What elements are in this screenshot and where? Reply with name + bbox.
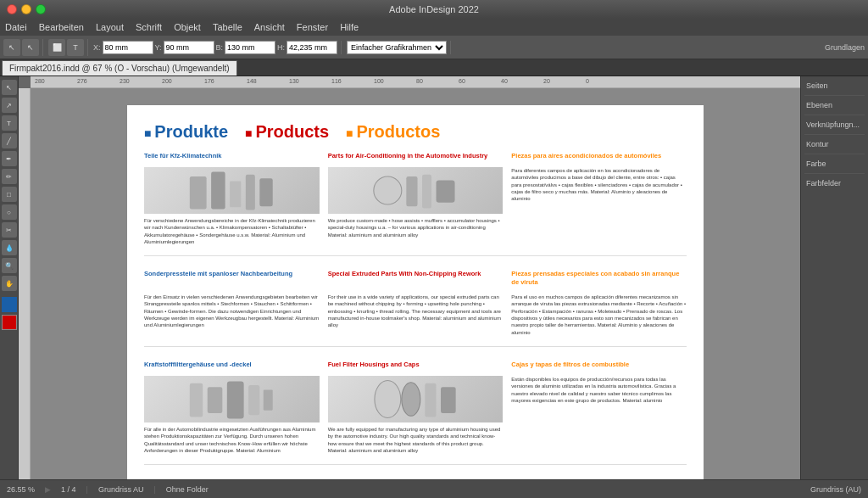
svg-point-5	[373, 176, 401, 204]
air-de-heading: Teile für Kfz-Klimatechnik	[144, 152, 320, 164]
pen-tool-icon[interactable]: ✒	[2, 151, 17, 166]
air-de-image	[144, 167, 320, 214]
eyedropper-tool-icon[interactable]: 💧	[2, 240, 17, 255]
right-panel-verknuepfungen[interactable]: Verknüpfungn...	[804, 119, 865, 131]
fuel-en-text: We are fully equipped for manufacturing …	[328, 426, 504, 455]
zoom-tool-icon[interactable]: 🔍	[2, 258, 17, 273]
page-title-en: Products	[245, 122, 329, 142]
special-es-col: Para el uso en muchos campos de aplicaci…	[511, 294, 687, 336]
document-tab[interactable]: Firmpakt2016.indd @ 67 % (O - Vorschau) …	[2, 60, 237, 76]
svg-rect-0	[190, 176, 207, 210]
type-tool-icon[interactable]: T	[2, 115, 17, 131]
right-panel: Seiten Ebenen Verknüpfungn... Kontur Far…	[800, 76, 868, 479]
air-de-col: Für verschiedene Anwendungsbereiche in d…	[144, 167, 320, 246]
air-en-title: Parts for Air-Conditioning in the Automo…	[328, 152, 504, 160]
svg-rect-8	[436, 180, 454, 202]
special-es-text: Para el uso en muchos campos de aplicaci…	[511, 294, 687, 336]
h-field[interactable]	[287, 41, 337, 54]
air-de-text: Für verschiedene Anwendungsbereiche in d…	[144, 217, 320, 246]
fuel-es-heading: Cajas y tapas de filtros de combustible	[511, 361, 687, 372]
right-panel-kontur[interactable]: Kontur	[804, 138, 865, 150]
special-de-col: Für den Einsatz in vielen verschiedenen …	[144, 294, 320, 336]
menu-objekt[interactable]: Objekt	[174, 22, 201, 32]
y-field[interactable]	[164, 41, 214, 54]
status-sep-2: |	[86, 485, 88, 494]
svg-rect-3	[246, 175, 255, 210]
toolbar: ↖ ↖ ⬜ T X: Y: B: H: Einfacher Grafikrahm…	[0, 36, 868, 59]
direct-selection-icon[interactable]: ↗	[2, 98, 17, 113]
right-panel-divider-5	[804, 173, 865, 174]
svg-rect-2	[230, 181, 241, 207]
x-field[interactable]	[103, 41, 153, 54]
page-content: Produkte Products Productos Teile für Kf…	[127, 105, 704, 479]
right-panel-seiten[interactable]: Seiten	[804, 80, 865, 92]
svg-rect-10	[208, 387, 223, 413]
minimize-button[interactable]	[21, 4, 31, 14]
svg-rect-6	[406, 176, 417, 206]
menu-schrift[interactable]: Schrift	[136, 22, 162, 32]
menu-tabelle[interactable]: Tabelle	[213, 22, 242, 32]
fuel-en-image	[328, 376, 504, 422]
menu-bearbeiten[interactable]: Bearbeiten	[39, 22, 84, 32]
direct-select-tool[interactable]: ↖	[22, 39, 39, 56]
air-de-title: Teile für Kfz-Klimatechnik	[144, 152, 320, 160]
view-mode-select[interactable]: Einfacher Grafikrahmen	[347, 41, 447, 54]
menu-fenster[interactable]: Fenster	[297, 22, 328, 32]
line-tool-icon[interactable]: ╱	[2, 133, 17, 148]
menu-layout[interactable]: Layout	[96, 22, 124, 32]
w-field[interactable]	[225, 41, 275, 54]
fill-color-swatch[interactable]	[2, 297, 17, 312]
tool-group-view: Einfacher Grafikrahmen	[347, 41, 451, 54]
fuel-de-title: Kraftstofffilttergehäuse und -deckel	[144, 361, 320, 369]
air-en-image	[328, 167, 504, 214]
air-es-title: Piezas para aires acondicionados de auto…	[511, 152, 687, 160]
scissors-tool-icon[interactable]: ✂	[2, 222, 17, 238]
page-title-es: Productos	[346, 122, 440, 142]
right-panel-ebenen[interactable]: Ebenen	[804, 99, 865, 111]
selection-tool-icon[interactable]: ↖	[2, 80, 17, 95]
special-de-title: Sonderpressteile mit spanloser Nachbearb…	[144, 270, 320, 278]
h-label: H:	[277, 43, 285, 52]
special-extruded-heading-row: Sonderpressteile mit spanloser Nachbearb…	[144, 270, 687, 290]
air-en-text: We produce custom-made • hose assists • …	[328, 217, 504, 238]
title-bar: Adobe InDesign 2022	[0, 0, 868, 19]
page-title-de: Produkte	[144, 122, 228, 142]
svg-rect-16	[425, 383, 436, 417]
pencil-tool-icon[interactable]: ✏	[2, 169, 17, 184]
frame-tool[interactable]: ⬜	[48, 39, 65, 56]
special2-de-col: Sonderpressteile mit spanloser Nachbearb…	[144, 478, 320, 479]
layer-name: Grundriss AU	[98, 485, 144, 494]
canvas-area[interactable]: 280 276 230 200 176 148 130 116 100 80 6…	[19, 76, 800, 479]
fuel-es-title: Cajas y tapas de filtros de combustible	[511, 361, 687, 369]
special2-en-col: Special Extruded Parts With Non-Chipping…	[328, 478, 504, 479]
fuel-de-heading: Kraftstofffilttergehäuse und -deckel	[144, 361, 320, 372]
main-area: ↖ ↗ T ╱ ✒ ✏ □ ○ ✂ 💧 🔍 ✋ 280 276 230 200 …	[0, 76, 868, 479]
document-canvas[interactable]: Produkte Products Productos Teile für Kf…	[31, 88, 800, 479]
tool-group-position: X: Y: B: H:	[93, 41, 342, 54]
menu-hilfe[interactable]: Hilfe	[340, 22, 359, 32]
menu-ansicht[interactable]: Ansicht	[254, 22, 285, 32]
products-header: Produkte Products Productos	[144, 122, 687, 142]
rect-tool-icon[interactable]: □	[2, 187, 17, 202]
svg-rect-7	[422, 175, 431, 209]
fuel-de-text: Für alle in der Automobilindustrie einge…	[144, 426, 320, 455]
ellipse-tool-icon[interactable]: ○	[2, 204, 17, 220]
right-panel-farbfelder[interactable]: Farbfelder	[804, 177, 865, 189]
menu-datei[interactable]: Datei	[5, 22, 27, 32]
select-tool[interactable]: ↖	[3, 39, 20, 56]
right-panel-divider-3	[804, 134, 865, 135]
hand-tool-icon[interactable]: ✋	[2, 276, 17, 291]
text-tool[interactable]: T	[67, 39, 84, 56]
air-conditioning-section: Für verschiedene Anwendungsbereiche in d…	[144, 167, 687, 257]
fuel-filter-heading-row: Kraftstofffilttergehäuse und -deckel Fue…	[144, 361, 687, 372]
maximize-button[interactable]	[36, 4, 46, 14]
special-extruded-section: Für den Einsatz in vielen verschiedenen …	[144, 294, 687, 347]
right-panel-farbe[interactable]: Farbe	[804, 158, 865, 170]
special-de-text: Für den Einsatz in vielen verschiedenen …	[144, 294, 320, 329]
app-title: Adobe InDesign 2022	[389, 4, 479, 14]
close-button[interactable]	[7, 4, 17, 14]
special-en-text: For their use in a wide variety of appli…	[328, 294, 504, 329]
ruler-horizontal: 280 276 230 200 176 148 130 116 100 80 6…	[31, 76, 800, 88]
svg-rect-13	[264, 389, 273, 410]
stroke-color-swatch[interactable]	[2, 315, 17, 330]
